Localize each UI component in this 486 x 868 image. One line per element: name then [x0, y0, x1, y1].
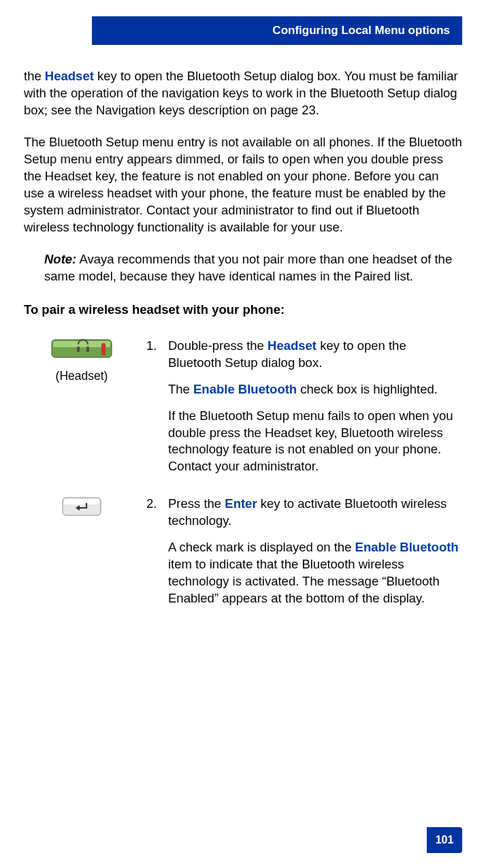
svg-rect-4 — [101, 343, 106, 355]
step-2: 2. Press the Enter key to activate Bluet… — [24, 496, 462, 607]
step-1-number: 1. — [146, 338, 168, 355]
availability-text: The Bluetooth Setup menu entry is not av… — [24, 135, 462, 234]
step-1-sub2: If the Bluetooth Setup menu fails to ope… — [168, 408, 453, 474]
step-2-text: 2. Press the Enter key to activate Bluet… — [140, 496, 462, 607]
step-1-headset-term: Headset — [268, 338, 317, 353]
headset-key-term: Headset — [45, 69, 94, 83]
step-2-key-column — [24, 496, 140, 522]
procedure-heading-text: To pair a wireless headset with your pho… — [24, 302, 285, 317]
step-2-number: 2. — [146, 496, 168, 513]
intro-text-a: the — [24, 69, 45, 83]
step-1-sub1-a: The — [168, 382, 193, 396]
step-1: (Headset) 1. Double-press the Headset ke… — [24, 338, 462, 476]
headset-key-icon — [51, 339, 112, 364]
svg-rect-6 — [64, 499, 99, 504]
step-1-key-column: (Headset) — [24, 338, 140, 385]
step-2-sub1-c: item to indicate that the Bluetooth wire… — [168, 557, 440, 605]
step-2-enter-term: Enter — [225, 496, 257, 511]
enter-key-icon — [62, 497, 101, 522]
headset-key-caption: (Headset) — [24, 368, 140, 385]
step-1-text: 1. Double-press the Headset key to open … — [140, 338, 462, 476]
svg-rect-3 — [86, 347, 89, 352]
step-1-line-a: Double-press the — [168, 338, 268, 353]
step-1-enable-bt-term: Enable Bluetooth — [193, 382, 297, 396]
procedure-heading: To pair a wireless headset with your pho… — [24, 302, 462, 319]
step-2-sub1-a: A check mark is displayed on the — [168, 540, 355, 554]
note-label: Note: — [44, 252, 76, 266]
page-content: the Headset key to open the Bluetooth Se… — [24, 68, 462, 628]
availability-paragraph: The Bluetooth Setup menu entry is not av… — [24, 134, 462, 236]
page-number-tab: 101 — [427, 827, 462, 853]
page-number: 101 — [436, 834, 454, 846]
header-title: Configuring Local Menu options — [272, 24, 450, 37]
note-block: Note: Avaya recommends that you not pair… — [44, 251, 462, 285]
step-1-sub1-c: check box is highlighted. — [297, 382, 438, 396]
step-2-enable-bt-term: Enable Bluetooth — [355, 540, 459, 554]
svg-rect-2 — [77, 347, 80, 352]
step-2-line-a: Press the — [168, 496, 225, 511]
note-text: Avaya recommends that you not pair more … — [44, 252, 452, 283]
page-header: Configuring Local Menu options — [92, 16, 462, 45]
intro-paragraph: the Headset key to open the Bluetooth Se… — [24, 68, 462, 119]
